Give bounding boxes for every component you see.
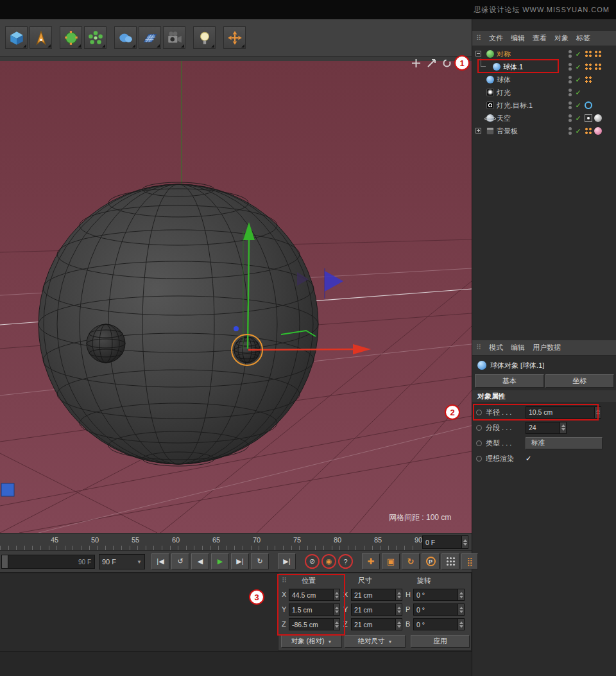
visibility-dots[interactable] bbox=[569, 50, 572, 58]
visibility-dots[interactable] bbox=[569, 89, 572, 96]
spinner[interactable] bbox=[458, 589, 464, 600]
keyframe-dot-icon[interactable] bbox=[476, 440, 482, 446]
expand-icon[interactable] bbox=[475, 128, 481, 134]
compositing-tag-icon[interactable] bbox=[585, 114, 592, 122]
visibility-dots[interactable] bbox=[569, 76, 572, 83]
rotate-view-icon[interactable] bbox=[441, 58, 452, 69]
grid-dots-button[interactable] bbox=[441, 553, 459, 569]
timeline-ruler[interactable]: 45 50 55 60 65 70 75 80 85 90 0 F bbox=[0, 533, 472, 551]
radius-field[interactable]: 10.5 cm bbox=[526, 406, 601, 419]
size-mode-dropdown[interactable]: 绝对尺寸▼ bbox=[345, 635, 406, 648]
tree-item-sphere-1[interactable]: 球体.1 ✓ bbox=[472, 60, 616, 73]
play-backward-button[interactable]: ↺ bbox=[171, 553, 189, 569]
spinner[interactable] bbox=[333, 619, 339, 630]
phong-tag-icon[interactable] bbox=[585, 76, 592, 83]
autokey-button[interactable]: ◉ bbox=[321, 554, 336, 569]
size-y-field[interactable]: 21 cm bbox=[351, 603, 402, 616]
pos-y-field[interactable]: 1.5 cm bbox=[289, 603, 340, 616]
keyframe-dot-icon[interactable] bbox=[476, 425, 482, 431]
range-handle[interactable] bbox=[2, 555, 8, 568]
move-tool-button[interactable]: ✚ bbox=[362, 553, 380, 569]
scale-tool-button[interactable]: ▣ bbox=[382, 553, 400, 569]
spinner[interactable] bbox=[333, 604, 339, 615]
spinner[interactable] bbox=[333, 589, 339, 600]
goto-start-button[interactable]: |◀ bbox=[151, 553, 169, 569]
camera-button[interactable] bbox=[163, 26, 185, 49]
array-button[interactable] bbox=[84, 26, 107, 49]
menu-file[interactable]: 文件 bbox=[489, 33, 503, 43]
pos-z-field[interactable]: -86.5 cm bbox=[289, 618, 340, 630]
loop-button[interactable]: ↻ bbox=[251, 553, 269, 569]
phong-tag-icon[interactable] bbox=[594, 63, 602, 71]
menu-mode[interactable]: 模式 bbox=[489, 343, 503, 352]
sphere-object[interactable] bbox=[38, 182, 318, 466]
spinner[interactable] bbox=[395, 619, 402, 630]
coordinate-system-button[interactable]: P bbox=[422, 553, 440, 569]
menu-edit[interactable]: 编辑 bbox=[511, 343, 525, 352]
menu-tags[interactable]: 标签 bbox=[576, 33, 590, 43]
enabled-check[interactable]: ✓ bbox=[574, 76, 582, 84]
spinner[interactable] bbox=[395, 604, 402, 615]
size-z-field[interactable]: 21 cm bbox=[351, 618, 402, 630]
menu-edit[interactable]: 编辑 bbox=[511, 33, 525, 43]
keyframe-dot-icon[interactable] bbox=[476, 410, 482, 415]
rot-p-field[interactable]: 0 ° bbox=[413, 603, 465, 616]
palette-button[interactable]: ⣿ bbox=[461, 553, 478, 569]
menu-object[interactable]: 对象 bbox=[554, 33, 569, 43]
visibility-dots[interactable] bbox=[569, 127, 572, 135]
viewport[interactable]: 网格间距 : 100 cm bbox=[0, 56, 472, 533]
phong-tag-icon[interactable] bbox=[585, 127, 592, 135]
tab-basic[interactable]: 基本 bbox=[475, 374, 544, 388]
enabled-check[interactable]: ✓ bbox=[574, 63, 582, 71]
size-x-field[interactable]: 21 cm bbox=[351, 589, 402, 601]
menu-userdata[interactable]: 用户数据 bbox=[533, 343, 561, 352]
pos-x-field[interactable]: 44.5 cm bbox=[289, 589, 340, 601]
goto-end-button[interactable]: ▶| bbox=[278, 553, 296, 569]
spinner[interactable] bbox=[458, 619, 464, 630]
axis-tool-button[interactable] bbox=[223, 26, 246, 49]
visibility-dots[interactable] bbox=[569, 101, 572, 109]
spline-pen-button[interactable] bbox=[30, 26, 52, 49]
record-keyframe-button[interactable]: ⊘ bbox=[305, 554, 320, 569]
type-dropdown[interactable]: 标准 bbox=[526, 437, 603, 449]
phong-tag-icon[interactable] bbox=[585, 50, 592, 58]
editable-sphere-button[interactable] bbox=[60, 26, 82, 49]
viewport-canvas[interactable]: 网格间距 : 100 cm bbox=[0, 56, 472, 533]
spinner[interactable] bbox=[594, 407, 601, 418]
light-button[interactable] bbox=[193, 26, 216, 49]
play-button[interactable]: ▶ bbox=[211, 553, 229, 569]
coord-mode-dropdown[interactable]: 对象 (相对)▼ bbox=[281, 635, 342, 648]
spinner[interactable] bbox=[560, 422, 566, 433]
tree-item-light[interactable]: 灯光 ✓ bbox=[472, 86, 616, 99]
metaball-button[interactable] bbox=[114, 26, 137, 49]
current-frame-field[interactable]: 0 F bbox=[422, 535, 468, 549]
enabled-check[interactable]: ✓ bbox=[574, 114, 582, 123]
cube-primitive-button[interactable] bbox=[5, 26, 28, 49]
phong-tag-icon[interactable] bbox=[585, 63, 592, 71]
viewport-corner-widget[interactable] bbox=[1, 483, 14, 496]
preview-range-slider[interactable]: 90 F bbox=[1, 555, 95, 569]
spinner[interactable] bbox=[458, 604, 464, 615]
z-axis-point-handle[interactable] bbox=[234, 326, 239, 331]
frame-range-dropdown[interactable]: 90 F ▼ bbox=[99, 554, 145, 569]
panel-grip-icon[interactable]: ⠿ bbox=[476, 34, 481, 42]
panel-grip-icon[interactable]: ⠿ bbox=[476, 343, 481, 352]
apply-button[interactable]: 应用 bbox=[411, 635, 470, 648]
target-tag-icon[interactable] bbox=[585, 101, 592, 109]
menu-view[interactable]: 查看 bbox=[533, 33, 547, 43]
rotate-tool-button[interactable]: ↻ bbox=[402, 553, 420, 569]
spinner[interactable] bbox=[461, 536, 468, 548]
material-thumb-icon[interactable] bbox=[594, 114, 602, 122]
visibility-dots[interactable] bbox=[569, 114, 572, 122]
tree-item-background[interactable]: 背景板 ✓ bbox=[472, 125, 616, 137]
segments-field[interactable]: 24 bbox=[526, 422, 567, 434]
floor-button[interactable] bbox=[139, 26, 161, 49]
render-perfect-checkbox[interactable]: ✓ bbox=[526, 455, 531, 463]
small-sphere-object[interactable] bbox=[87, 324, 125, 363]
tree-item-light-target[interactable]: 灯光.目标.1 ✓ bbox=[472, 99, 616, 112]
material-thumb-icon[interactable] bbox=[594, 127, 602, 135]
tree-item-sphere[interactable]: 球体 ✓ bbox=[472, 73, 616, 86]
rot-b-field[interactable]: 0 ° bbox=[413, 618, 465, 630]
rot-h-field[interactable]: 0 ° bbox=[413, 589, 465, 601]
zoom-icon[interactable] bbox=[426, 58, 437, 69]
